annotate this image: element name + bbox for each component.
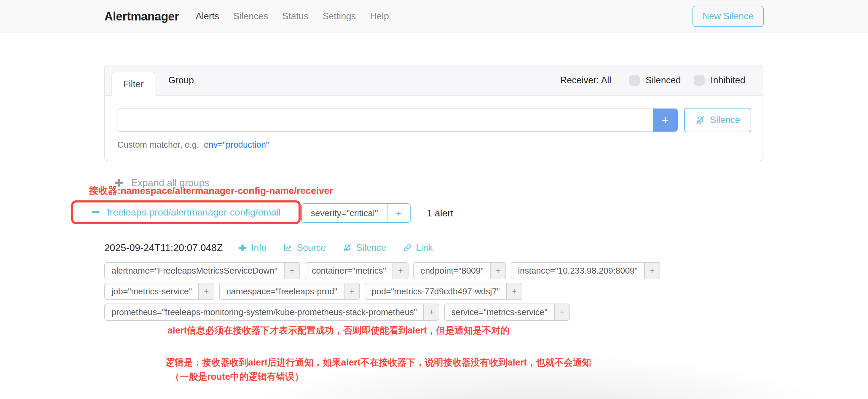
new-silence-button[interactable]: New Silence xyxy=(692,6,764,27)
label-tag-text[interactable]: namespace="freeleaps-prod" xyxy=(220,283,344,299)
group-matcher-buttons: severity="critical" + xyxy=(301,203,410,223)
label-tag-text[interactable]: job="metrics-service" xyxy=(105,283,198,299)
source-label: Source xyxy=(297,243,326,253)
label-tag: job="metrics-service" + xyxy=(104,283,214,300)
tab-group[interactable]: Group xyxy=(162,65,200,95)
receiver-dropdown[interactable]: Receiver: All xyxy=(560,75,611,86)
bell-slash-icon xyxy=(695,115,705,125)
chart-line-icon xyxy=(283,243,292,252)
group-matcher-label[interactable]: severity="critical" xyxy=(302,204,387,222)
nav-item[interactable]: Settings xyxy=(322,11,356,22)
filter-options: Receiver: All Silenced Inhibited xyxy=(560,75,762,86)
plus-icon xyxy=(238,243,247,252)
add-filter-icon[interactable]: + xyxy=(554,304,569,320)
label-tag: pod="metrics-77d9cdb497-wdsj7" + xyxy=(365,283,522,300)
red-highlight-box: freeleaps-prod/alertmanager-config/email xyxy=(71,201,301,224)
minus-icon xyxy=(91,208,100,217)
label-tag-text[interactable]: prometheus="freeleaps-monitoring-system/… xyxy=(105,304,423,320)
label-tag-text[interactable]: service="metrics-service" xyxy=(445,304,554,320)
silence-link[interactable]: Silence xyxy=(342,243,386,253)
add-filter-icon[interactable]: + xyxy=(506,283,522,299)
add-filter-icon[interactable]: + xyxy=(393,263,408,279)
filter-card-header: Filter Group Receiver: All Silenced Inhi… xyxy=(105,65,762,96)
alert-count: 1 alert xyxy=(427,203,453,223)
annotation-note-1: alert信息必须在接收器下才表示配置成功，否则即使能看到alert，但是通知是… xyxy=(167,324,509,337)
link-label: Link xyxy=(416,243,433,253)
silenced-checkbox[interactable] xyxy=(629,75,640,86)
hint-example-link[interactable]: env="production" xyxy=(204,140,269,150)
add-filter-icon[interactable]: + xyxy=(423,304,439,320)
silence-link-label: Silence xyxy=(356,243,386,253)
matcher-input-row: + Silence xyxy=(117,109,751,132)
add-filter-icon[interactable]: + xyxy=(344,283,359,299)
label-tag-text[interactable]: container="metrics" xyxy=(305,263,393,279)
label-tag: alertname="FreeleapsMetricsServiceDown" … xyxy=(104,262,300,279)
nav-item[interactable]: Status xyxy=(282,11,308,22)
navbar: Alertmanager AlertsSilencesStatusSetting… xyxy=(0,0,868,33)
receiver-group-label: freeleaps-prod/alertmanager-config/email xyxy=(107,207,280,218)
add-filter-icon[interactable]: + xyxy=(644,263,660,279)
alert-row: 2025-09-24T11:20:07.048Z Info Source xyxy=(104,240,450,256)
nav-item[interactable]: Alerts xyxy=(196,11,219,22)
alert-labels: alertname="FreeleapsMetricsServiceDown" … xyxy=(104,262,697,321)
link-button[interactable]: Link xyxy=(403,243,433,253)
inhibited-checkbox-group: Inhibited xyxy=(694,75,745,86)
matcher-input[interactable] xyxy=(117,109,653,132)
source-link[interactable]: Source xyxy=(283,243,326,253)
annotation-receiver-note: 接收器:namespace/altermanager-config-name/r… xyxy=(89,184,333,197)
silence-button-label: Silence xyxy=(710,115,740,125)
nav-links: AlertsSilencesStatusSettingsHelp xyxy=(196,11,389,22)
link-icon xyxy=(403,243,412,252)
label-tag: container="metrics" + xyxy=(305,262,408,279)
matcher-hint: Custom matcher, e.g. env="production" xyxy=(117,140,269,150)
hint-text: Custom matcher, e.g. xyxy=(117,140,199,150)
silence-button[interactable]: Silence xyxy=(684,108,751,132)
label-tag: service="metrics-service" + xyxy=(444,304,570,321)
add-filter-icon[interactable]: + xyxy=(490,263,505,279)
label-tag-text[interactable]: pod="metrics-77d9cdb497-wdsj7" xyxy=(365,283,506,299)
tab-filter[interactable]: Filter xyxy=(112,72,155,96)
filter-card: Filter Group Receiver: All Silenced Inhi… xyxy=(104,65,763,161)
silenced-label: Silenced xyxy=(646,75,681,86)
label-tag-text[interactable]: alertname="FreeleapsMetricsServiceDown" xyxy=(105,263,284,279)
silenced-checkbox-group: Silenced xyxy=(629,75,681,86)
nav-item[interactable]: Silences xyxy=(233,11,268,22)
add-filter-icon[interactable]: + xyxy=(198,283,214,299)
annotation-note-3: （一般是route中的逻辑有错误） xyxy=(170,371,304,383)
label-tag: endpoint="8009" + xyxy=(413,262,506,279)
inhibited-label: Inhibited xyxy=(711,75,745,86)
app-brand[interactable]: Alertmanager xyxy=(104,10,179,23)
add-matcher-button[interactable]: + xyxy=(653,109,678,132)
receiver-group-button[interactable]: freeleaps-prod/alertmanager-config/email xyxy=(91,207,280,218)
info-button[interactable]: Info xyxy=(238,243,267,253)
annotation-note-2: 逻辑是：接收器收到alert后进行通知，如果alert不在接收器下，说明接收器没… xyxy=(165,356,591,369)
inhibited-checkbox[interactable] xyxy=(694,75,705,86)
label-tag: prometheus="freeleaps-monitoring-system/… xyxy=(104,304,439,321)
label-tag: instance="10.233.98.209:8009" + xyxy=(511,262,660,279)
add-filter-icon[interactable]: + xyxy=(284,263,300,279)
bell-slash-icon xyxy=(342,243,352,252)
info-label: Info xyxy=(251,243,267,253)
label-tag: namespace="freeleaps-prod" + xyxy=(219,283,360,300)
alert-timestamp: 2025-09-24T11:20:07.048Z xyxy=(104,242,223,253)
label-tag-text[interactable]: instance="10.233.98.209:8009" xyxy=(512,263,644,279)
nav-item[interactable]: Help xyxy=(370,11,389,22)
group-matcher-add-button[interactable]: + xyxy=(387,204,410,222)
label-tag-text[interactable]: endpoint="8009" xyxy=(414,263,490,279)
